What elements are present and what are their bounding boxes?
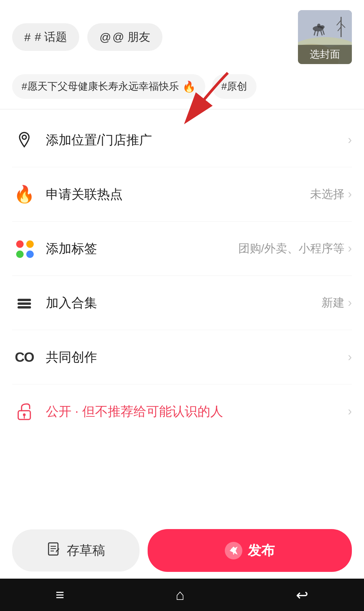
cocreate-icon: CO: [12, 345, 36, 369]
menu-item-tags[interactable]: 添加标签 团购/外卖、小程序等 ›: [12, 222, 352, 276]
mention-button[interactable]: @ @ 朋友: [87, 23, 162, 51]
nav-home-icon[interactable]: ⌂: [176, 586, 185, 603]
draft-icon: [47, 542, 61, 559]
location-chevron: ›: [348, 133, 352, 147]
cocreate-chevron: ›: [348, 350, 352, 364]
privacy-icon: [12, 399, 36, 424]
top-bar: # # 话题 @ @ 朋友: [0, 0, 364, 71]
publish-label: 发布: [248, 541, 275, 560]
hot-label: 申请关联热点: [46, 186, 310, 203]
cover-label[interactable]: 选封面: [298, 45, 352, 64]
chip-text-original: #原创: [221, 80, 247, 93]
svg-rect-19: [18, 299, 31, 301]
draft-label: 存草稿: [67, 542, 105, 559]
tags-chevron: ›: [348, 241, 352, 256]
cocreate-label: 共同创作: [46, 349, 348, 366]
menu-item-location[interactable]: 添加位置/门店推广 ›: [12, 113, 352, 167]
fire-icon-chip: 🔥: [182, 80, 196, 93]
publish-icon: [225, 542, 242, 559]
collection-icon: [12, 291, 36, 315]
bottom-spacer: [0, 438, 364, 519]
divider-1: [0, 109, 364, 110]
svg-point-15: [22, 135, 26, 139]
location-label: 添加位置/门店推广: [46, 132, 348, 149]
tags-icon: [12, 236, 36, 261]
hot-value: 未选择: [310, 186, 344, 202]
collection-chevron: ›: [348, 296, 352, 310]
svg-rect-17: [18, 306, 31, 309]
menu-item-cocreate[interactable]: CO 共同创作 ›: [12, 330, 352, 384]
svg-point-9: [320, 25, 325, 29]
chip-original[interactable]: #原创: [212, 74, 257, 99]
svg-point-10: [317, 24, 321, 28]
location-icon: [12, 128, 36, 152]
hot-chevron: ›: [348, 187, 352, 201]
hot-icon: 🔥: [12, 182, 36, 206]
menu-item-hot[interactable]: 🔥 申请关联热点 未选择 ›: [12, 167, 352, 222]
chip-text-parents: #愿天下父母健康长寿永远幸福快乐: [22, 80, 179, 93]
system-nav-bar: ≡ ⌂ ↩: [0, 579, 364, 611]
menu-item-privacy[interactable]: 公开 · 但不推荐给可能认识的人 ›: [12, 384, 352, 438]
nav-menu-icon[interactable]: ≡: [56, 586, 64, 603]
nav-back-icon[interactable]: ↩: [296, 586, 308, 604]
privacy-chevron: ›: [348, 404, 352, 418]
chip-parents[interactable]: #愿天下父母健康长寿永远幸福快乐 🔥: [12, 74, 205, 99]
svg-rect-18: [18, 302, 31, 305]
publish-button[interactable]: 发布: [148, 529, 352, 572]
bottom-bar: 存草稿 发布: [0, 522, 364, 579]
cover-thumbnail[interactable]: 选封面: [298, 10, 352, 64]
menu-item-collection[interactable]: 加入合集 新建 ›: [12, 276, 352, 330]
privacy-label: 公开 · 但不推荐给可能认识的人: [46, 403, 348, 420]
chips-row: #愿天下父母健康长寿永远幸福快乐 🔥 #原创: [0, 71, 364, 106]
save-draft-button[interactable]: 存草稿: [12, 529, 140, 572]
tags-value: 团购/外卖、小程序等: [238, 241, 344, 256]
collection-label: 加入合集: [46, 294, 322, 312]
hashtag-label: # 话题: [35, 29, 67, 45]
hashtag-button[interactable]: # # 话题: [12, 23, 79, 51]
mention-icon: @: [99, 31, 111, 44]
tags-label: 添加标签: [46, 240, 238, 257]
collection-value: 新建: [322, 295, 344, 311]
hashtag-icon: #: [24, 31, 31, 44]
mention-label: @ 朋友: [113, 29, 150, 45]
menu-list: 添加位置/门店推广 › 🔥 申请关联热点 未选择 ›: [0, 113, 364, 438]
